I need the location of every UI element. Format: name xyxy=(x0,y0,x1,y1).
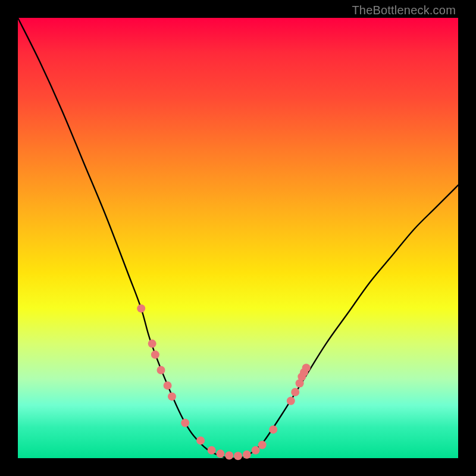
plot-area xyxy=(18,18,458,458)
data-point xyxy=(269,425,277,434)
data-point xyxy=(225,452,233,460)
data-point xyxy=(208,446,216,455)
data-point xyxy=(151,350,159,359)
data-point xyxy=(252,446,260,455)
watermark-label: TheBottleneck.com xyxy=(352,4,456,17)
bottleneck-curve xyxy=(18,18,458,459)
data-point xyxy=(243,450,251,459)
data-point xyxy=(137,304,145,312)
data-point xyxy=(291,388,299,396)
data-point xyxy=(148,340,156,348)
chart-frame: TheBottleneck.com xyxy=(0,0,476,476)
data-point xyxy=(302,364,311,372)
data-point xyxy=(258,441,267,449)
data-point xyxy=(196,436,205,444)
data-point xyxy=(157,366,165,374)
data-point xyxy=(181,419,189,427)
data-point xyxy=(164,381,172,390)
data-point xyxy=(216,450,224,458)
curve-layer xyxy=(18,18,458,458)
data-point xyxy=(168,392,176,400)
data-point xyxy=(287,397,295,405)
data-point xyxy=(234,452,242,460)
marker-layer xyxy=(137,304,311,460)
